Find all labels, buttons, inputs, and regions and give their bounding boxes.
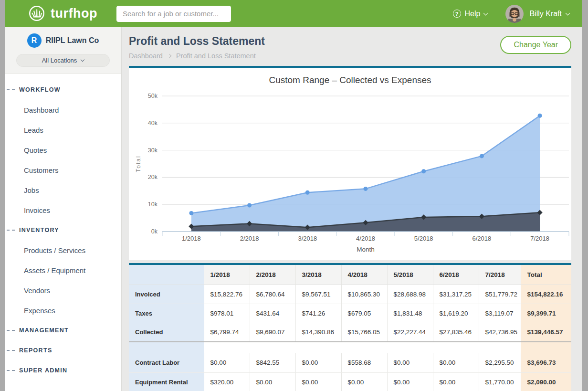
sidebar-item-invoices[interactable]: Invoices xyxy=(5,200,121,220)
table-cell: $6,780.64 xyxy=(250,285,295,304)
table-cell: $431.64 xyxy=(250,304,295,323)
brand-wordmark: turfhop xyxy=(51,6,97,21)
table-cell: $28,688.98 xyxy=(387,285,433,304)
spacer-cell xyxy=(433,342,479,353)
table-cell: $51,779.72 xyxy=(479,285,521,304)
user-name: Billy Kraft xyxy=(529,10,562,18)
main-content: Profit and Loss Statement Dashboard Prof… xyxy=(122,27,582,391)
company-name: RIIPL Lawn Co xyxy=(46,36,99,45)
breadcrumb-dashboard[interactable]: Dashboard xyxy=(129,52,163,60)
sidebar-section-inventory[interactable]: INVENTORY xyxy=(5,220,121,240)
spacer-cell xyxy=(341,342,387,353)
table-row-taxes: Taxes$978.01$431.64$741.26$679.05$1,831.… xyxy=(129,304,571,323)
sidebar-header: R RIIPL Lawn Co All Locations xyxy=(5,27,121,74)
chevron-down-icon xyxy=(483,11,488,15)
column-header-2-2018: 2/2018 xyxy=(250,265,295,285)
x-tick-label: 6/2018 xyxy=(472,235,492,242)
sidebar-item-vendors[interactable]: Vendors xyxy=(5,280,121,300)
section-dashes-icon xyxy=(7,330,15,331)
breadcrumb-current: Profit and Loss Statement xyxy=(176,52,256,60)
spacer-cell xyxy=(204,342,250,353)
x-axis-label: Month xyxy=(357,246,375,253)
column-header-6-2018: 6/2018 xyxy=(433,265,479,285)
table-cell: $0.00 xyxy=(250,372,295,391)
location-filter-label: All Locations xyxy=(42,57,77,64)
column-header-3-2018: 3/2018 xyxy=(295,265,341,285)
table-row-equipment-rental: Equipment Rental$320.00$0.00$0.00$0.00$0… xyxy=(129,372,571,391)
change-year-button[interactable]: Change Year xyxy=(500,36,571,54)
table-cell: $9,567.51 xyxy=(295,285,341,304)
sidebar-section-workflow[interactable]: WORKFLOW xyxy=(5,80,121,100)
sidebar-section-reports[interactable]: REPORTS xyxy=(5,340,121,360)
brand-logo[interactable]: turfhop xyxy=(28,5,97,23)
breadcrumb: Dashboard Profit and Loss Statement xyxy=(129,52,265,60)
sidebar: R RIIPL Lawn Co All Locations WORKFLOWDa… xyxy=(5,27,122,391)
spacer-cell xyxy=(387,342,433,353)
page-title: Profit and Loss Statement xyxy=(129,35,265,48)
chart-card: Custom Range – Collected vs Expenses 0k1… xyxy=(129,66,571,260)
table-cell: $320.00 xyxy=(204,372,250,391)
table-cell: $9,690.07 xyxy=(250,323,295,342)
x-tick-label: 5/2018 xyxy=(414,235,433,242)
table-cell: $1,619.20 xyxy=(433,304,479,323)
spacer-cell xyxy=(295,342,341,353)
table-cell: $6,799.74 xyxy=(204,323,250,342)
sidebar-item-dashboard[interactable]: Dashboard xyxy=(5,100,121,120)
collected-marker xyxy=(247,203,252,208)
help-menu[interactable]: ? Help xyxy=(453,10,488,18)
label-column-header xyxy=(129,265,204,285)
table-cell: $15,822.76 xyxy=(204,285,250,304)
table-cell: $741.26 xyxy=(295,304,341,323)
table-cell: $2,295.50 xyxy=(479,353,521,372)
table-header: 1/20182/20183/20184/20185/20186/20187/20… xyxy=(129,265,571,285)
top-navbar: turfhop ? Help Billy Kraft xyxy=(5,0,582,27)
sidebar-item-assets-equipment[interactable]: Assets / Equipment xyxy=(5,260,121,280)
section-label: WORKFLOW xyxy=(19,86,61,93)
y-axis-label: Total xyxy=(135,155,142,172)
sidebar-item-expenses[interactable]: Expenses xyxy=(5,300,121,320)
table-cell: $0.00 xyxy=(341,372,387,391)
sidebar-item-leads[interactable]: Leads xyxy=(5,120,121,140)
collected-area xyxy=(191,116,540,232)
column-header-total: Total xyxy=(521,265,571,285)
left-scrollbar[interactable] xyxy=(0,0,5,391)
table-cell: $0.00 xyxy=(295,372,341,391)
sidebar-section-management[interactable]: MANAGEMENT xyxy=(5,320,121,340)
help-label: Help xyxy=(465,10,481,18)
row-label: Contract Labor xyxy=(129,353,204,372)
page-header: Profit and Loss Statement Dashboard Prof… xyxy=(122,27,582,60)
table-cell: $15,766.05 xyxy=(341,323,387,342)
sidebar-item-jobs[interactable]: Jobs xyxy=(5,180,121,200)
section-dashes-icon xyxy=(7,350,15,351)
table-cell: $1,770.00 xyxy=(479,372,521,391)
table-row-invoiced: Invoiced$15,822.76$6,780.64$9,567.51$10,… xyxy=(129,285,571,304)
sidebar-item-quotes[interactable]: Quotes xyxy=(5,140,121,160)
collected-marker xyxy=(364,187,368,191)
total-cell: $2,090.00 xyxy=(521,372,571,391)
y-tick-label: 40k xyxy=(148,120,158,127)
section-dashes-icon xyxy=(7,370,15,371)
sidebar-nav: WORKFLOWDashboardLeadsQuotesCustomersJob… xyxy=(5,74,121,380)
y-tick-label: 0k xyxy=(151,228,158,235)
user-avatar[interactable] xyxy=(505,5,524,23)
sidebar-item-customers[interactable]: Customers xyxy=(5,160,121,180)
grass-logo-icon xyxy=(28,5,46,23)
sidebar-section-super-admin[interactable]: SUPER ADMIN xyxy=(5,360,121,380)
y-tick-label: 30k xyxy=(148,147,158,154)
table-cell: $0.00 xyxy=(295,353,341,372)
x-tick-label: 2/2018 xyxy=(240,235,259,242)
x-tick-label: 7/2018 xyxy=(530,235,549,242)
y-tick-label: 50k xyxy=(148,93,158,99)
search-input[interactable] xyxy=(116,6,231,22)
sidebar-item-products-services[interactable]: Products / Services xyxy=(5,240,121,260)
table-cell: $0.00 xyxy=(387,372,433,391)
user-menu[interactable]: Billy Kraft xyxy=(529,10,569,18)
page-scrollbar[interactable] xyxy=(582,0,588,391)
location-filter-dropdown[interactable]: All Locations xyxy=(16,54,110,67)
table-cell: $0.00 xyxy=(433,353,479,372)
table-cell: $0.00 xyxy=(204,353,250,372)
table-cell: $27,835.46 xyxy=(433,323,479,342)
spacer-cell xyxy=(129,342,204,353)
collected-marker xyxy=(189,211,193,215)
total-cell: $3,696.73 xyxy=(521,353,571,372)
